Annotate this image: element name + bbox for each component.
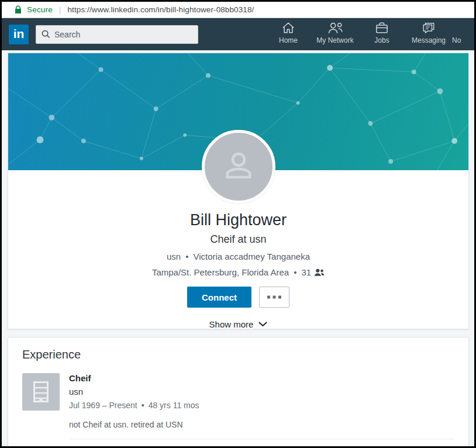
job-date-range: Jul 1969 – Present: [69, 401, 137, 410]
address-divider: |: [58, 5, 63, 14]
nav-item-label: Jobs: [374, 36, 389, 44]
location-connections-line: Tampa/St. Petersburg, Florida Area • 31: [8, 267, 468, 277]
my-network-icon: [327, 20, 343, 34]
current-company: usn: [167, 251, 181, 261]
lock-icon[interactable]: [15, 5, 22, 14]
search-box[interactable]: [36, 25, 198, 44]
location: Tampa/St. Petersburg, Florida Area: [152, 267, 289, 277]
search-input[interactable]: [54, 30, 192, 39]
bullet-separator: •: [294, 267, 296, 277]
job-description: not Cheif at usn. retired at USN: [69, 420, 199, 429]
nav-items: Home My Network Jobs Messaging No: [265, 20, 474, 48]
bullet-separator: •: [142, 401, 144, 410]
building-icon: [33, 381, 49, 402]
job-title: Cheif: [69, 373, 199, 383]
connections-count: 31: [301, 267, 311, 277]
linkedin-logo[interactable]: in: [9, 25, 29, 44]
nav-item-label: No: [452, 36, 461, 44]
profile-avatar[interactable]: [202, 130, 275, 204]
nav-item-notifications[interactable]: No: [452, 20, 474, 44]
profile-card: Bill Hightower Cheif at usn usn • Victor…: [8, 53, 469, 329]
jobs-icon: [375, 20, 388, 34]
show-more-label: Show more: [209, 319, 254, 329]
search-icon: [42, 30, 50, 39]
chevron-down-icon: [258, 322, 267, 327]
job-company: usn: [69, 387, 199, 397]
show-more-toggle[interactable]: Show more: [8, 319, 468, 329]
bullet-separator: •: [185, 251, 188, 261]
profile-headline: Cheif at usn: [8, 233, 468, 246]
entry-divider: [69, 439, 454, 439]
ellipsis-icon: [267, 295, 281, 299]
company-logo[interactable]: [22, 373, 60, 411]
more-options-button[interactable]: [259, 287, 289, 308]
connections-link[interactable]: 31: [301, 267, 325, 277]
nav-item-messaging[interactable]: Messaging: [405, 20, 452, 44]
job-dates-line: Jul 1969 – Present • 48 yrs 11 mos: [69, 401, 199, 410]
page-content: Bill Hightower Cheif at usn usn • Victor…: [2, 50, 474, 446]
nav-item-jobs[interactable]: Jobs: [358, 20, 405, 44]
connections-people-icon: [314, 268, 325, 277]
person-placeholder-icon: [220, 148, 257, 185]
profile-name: Bill Hightower: [8, 211, 468, 229]
nav-item-label: Home: [279, 36, 298, 44]
nav-item-home[interactable]: Home: [265, 20, 312, 44]
profile-info: Bill Hightower Cheif at usn usn • Victor…: [8, 211, 468, 329]
connect-button[interactable]: Connect: [187, 287, 251, 308]
nav-item-my-network[interactable]: My Network: [312, 20, 358, 44]
global-nav: in Home My Network Jobs: [2, 18, 474, 50]
experience-title: Experience: [22, 348, 454, 361]
job-duration: 48 yrs 11 mos: [149, 401, 199, 410]
url-text[interactable]: https://www.linkedin.com/in/bill-hightow…: [68, 5, 254, 14]
home-icon: [282, 20, 295, 34]
address-bar[interactable]: Secure | https://www.linkedin.com/in/bil…: [2, 2, 474, 18]
experience-entry-details: Cheif usn Jul 1969 – Present • 48 yrs 11…: [69, 373, 199, 429]
profile-actions: Connect: [8, 287, 468, 308]
nav-item-label: Messaging: [412, 36, 446, 44]
secure-label: Secure: [27, 5, 53, 14]
messaging-icon: [422, 20, 435, 34]
company-school-line: usn • Victoria accadmey Tanganeka: [8, 251, 468, 261]
education: Victoria accadmey Tanganeka: [193, 251, 310, 261]
experience-entry: Cheif usn Jul 1969 – Present • 48 yrs 11…: [22, 373, 454, 429]
nav-item-label: My Network: [316, 36, 353, 44]
experience-section: Experience Cheif usn Jul 1969 – Present …: [8, 337, 469, 446]
